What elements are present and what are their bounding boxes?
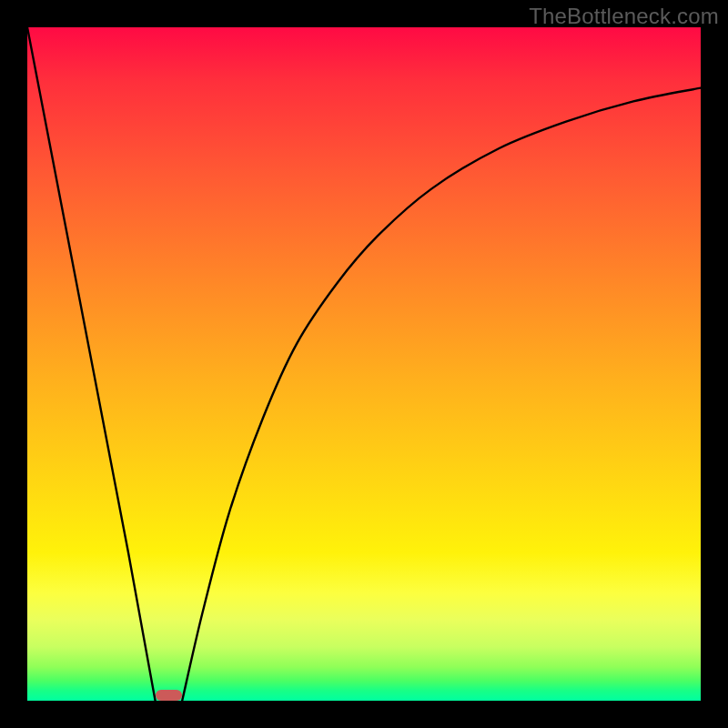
vertex-marker bbox=[156, 690, 183, 701]
chart-frame: TheBottleneck.com bbox=[0, 0, 728, 728]
watermark-text: TheBottleneck.com bbox=[529, 4, 719, 29]
curve-left-branch bbox=[27, 27, 156, 701]
curve-svg bbox=[27, 27, 701, 701]
curve-right-branch bbox=[182, 88, 701, 701]
plot-area bbox=[27, 27, 701, 701]
